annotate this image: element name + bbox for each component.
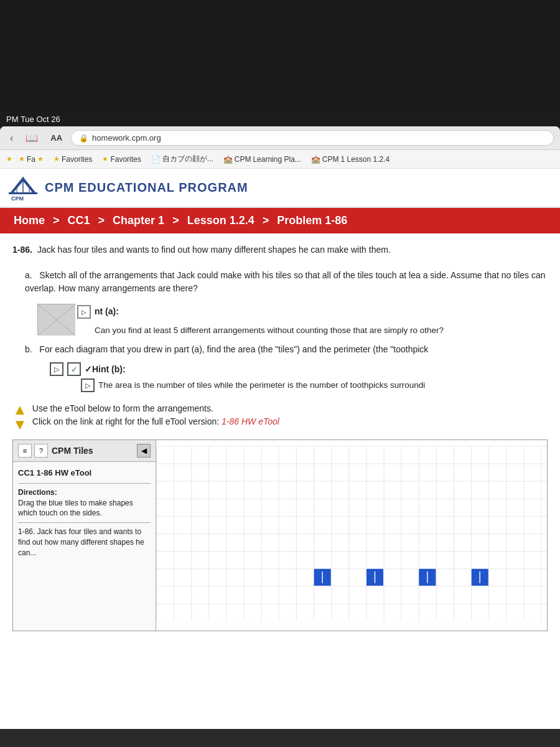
lesson-icon: 🏫 <box>311 155 320 164</box>
etool-divider-2 <box>18 522 151 523</box>
lock-icon: 🔒 <box>79 134 88 143</box>
hint-a-play-icon: ▷ <box>82 308 86 317</box>
bookmark-lesson-text: 1 Lesson 1.2.4 <box>340 155 390 164</box>
bookmark-favorites1[interactable]: ★ Favorites <box>50 154 96 165</box>
cpm-header: CPM CPM EDUCATIONAL PROGRAM <box>0 169 560 208</box>
browser-wrapper: PM Tue Oct 26 ‹ 📖 AA 🔒 homework.cpm.org … <box>0 112 560 729</box>
bookmark-lesson-label: CPM <box>322 155 339 164</box>
bookmark-jikabu[interactable]: 📄 自カブの顔が... <box>147 153 217 166</box>
etool-line2-prefix: Click on the link at right for the full … <box>32 416 222 426</box>
breadcrumb-cc1[interactable]: CC1 <box>68 214 90 227</box>
etool-line2: Click on the link at right for the full … <box>32 415 279 428</box>
main-content: 1-86. Jack has four tiles and wants to f… <box>0 233 560 641</box>
etool-top-row: ▲ ▼ Use the eTool below to form the arra… <box>12 402 548 432</box>
hint-b-play-icon-2[interactable]: ▷ <box>81 378 95 392</box>
breadcrumb-lesson[interactable]: Lesson 1.2.4 <box>187 214 254 227</box>
svg-rect-0 <box>9 192 37 194</box>
hint-a-box: ▷ nt (a): <box>77 305 444 319</box>
etool-subtitle: CC1 1-86 HW eTool <box>18 467 151 479</box>
breadcrumb-sep-2: > <box>98 214 108 227</box>
bookmark-fa-label: Fa <box>27 155 35 164</box>
part-a-label: a. <box>25 270 37 280</box>
breadcrumb: Home > CC1 > Chapter 1 > Lesson 1.2.4 > … <box>11 214 350 227</box>
status-time: PM Tue Oct 26 <box>6 115 60 124</box>
hint-a-icon[interactable]: ▷ <box>77 305 91 319</box>
part-b: b. For each diagram that you drew in par… <box>25 343 548 356</box>
etool-widget: ≡ ? CPM Tiles ◀ CC1 1-86 HW eTool <box>12 439 548 631</box>
bookmark-cpm-learning-text: Learning Pla... <box>253 155 301 164</box>
part-a-text: Sketch all of the arrangements that Jack… <box>25 270 546 293</box>
directions-text: Drag the blue tiles to make shapes which… <box>18 499 133 518</box>
page-content: CPM CPM EDUCATIONAL PROGRAM Home > CC1 >… <box>0 169 560 729</box>
arrow-icons: ▲ ▼ <box>12 402 27 432</box>
jikabu-icon: 📄 <box>151 155 161 164</box>
aa-button[interactable]: AA <box>47 132 66 144</box>
problem-number: 1-86. <box>12 243 32 259</box>
breadcrumb-sep-3: > <box>172 214 182 227</box>
breadcrumb-bar: Home > CC1 > Chapter 1 > Lesson 1.2.4 > … <box>0 208 560 233</box>
bookmark-favorites2-label: Favorites <box>110 155 141 164</box>
part-b-text: For each diagram that you drew in part (… <box>39 344 428 354</box>
hint-b-play-icon[interactable]: ▷ <box>50 362 63 376</box>
cpm-learning-icon: 🏫 <box>223 155 233 164</box>
bookmark-cpm-learning[interactable]: 🏫 CPM Learning Pla... <box>220 154 305 165</box>
etool-list-button[interactable]: ≡ <box>18 444 32 458</box>
breadcrumb-sep-1: > <box>53 214 63 227</box>
star-icon-fav1: ★ <box>54 155 60 163</box>
hint-b-area: ▷ ✓ ✓Hint (b): ▷ The area is the number … <box>50 362 548 392</box>
bookmark-favorites2[interactable]: ★ Favorites <box>98 154 144 165</box>
bookmark-lesson[interactable]: 🏫 CPM 1 Lesson 1.2.4 <box>307 154 393 165</box>
hint-a-label: nt (a): <box>95 305 119 318</box>
arrow-down-icon: ▼ <box>12 417 27 432</box>
breadcrumb-problem[interactable]: Problem 1-86 <box>277 214 347 227</box>
svg-text:CPM: CPM <box>11 195 24 202</box>
star-icon-fa2: ★ <box>37 155 44 163</box>
cpm-logo: CPM <box>7 174 39 202</box>
status-bar: PM Tue Oct 26 <box>0 112 560 126</box>
etool-section: ▲ ▼ Use the eTool below to form the arra… <box>12 402 548 631</box>
top-bezel <box>0 0 560 112</box>
etool-line1: Use the eTool below to form the arrangem… <box>32 402 279 415</box>
etool-text-block: Use the eTool below to form the arrangem… <box>32 402 279 428</box>
part-b-label: b. <box>25 344 37 354</box>
address-url: homework.cpm.org <box>92 133 161 143</box>
breadcrumb-chapter[interactable]: Chapter 1 <box>113 214 164 227</box>
arrow-up-icon: ▲ <box>12 402 27 417</box>
browser-nav: ‹ 📖 AA 🔒 homework.cpm.org <box>0 126 560 150</box>
image-placeholder <box>37 304 75 335</box>
etool-divider <box>18 483 151 484</box>
bookmark-fa[interactable]: ★ Fa ★ <box>15 154 47 165</box>
address-bar[interactable]: 🔒 homework.cpm.org <box>71 130 554 146</box>
hint-b-check-icon[interactable]: ✓ <box>67 362 81 376</box>
bookmark-favorites1-label: Favorites <box>62 155 92 164</box>
etool-panel-header: ≡ ? CPM Tiles ◀ <box>13 440 156 462</box>
breadcrumb-home[interactable]: Home <box>14 214 45 227</box>
etool-help-button[interactable]: ? <box>34 444 48 458</box>
hint-b-content: The area is the number of tiles while th… <box>98 379 425 392</box>
svg-rect-10 <box>156 446 547 621</box>
breadcrumb-sep-4: > <box>263 214 273 227</box>
reader-button[interactable]: 📖 <box>22 131 42 145</box>
star-icon-fa: ★ <box>19 155 25 163</box>
directions-label: Directions: <box>18 488 57 497</box>
hint-b-content-row: ▷ The area is the number of tiles while … <box>81 378 548 392</box>
problem-intro: Jack has four tiles and wants to find ou… <box>37 243 391 256</box>
hint-a-icons: ▷ nt (a): Can you find at least 5 differ… <box>77 301 444 337</box>
bookmark-jikabu-label: 自カブの顔が... <box>162 154 213 164</box>
etool-collapse-button[interactable]: ◀ <box>137 444 151 458</box>
bookmarks-bar: ★ ★ Fa ★ ★ Favorites ★ Favorites 📄 自カブの顔… <box>0 150 560 169</box>
hint-a-content: Can you find at least 5 different arrang… <box>95 324 444 337</box>
etool-panel-body: CC1 1-86 HW eTool Directions: Drag the b… <box>13 462 156 563</box>
part-a: a. Sketch all of the arrangements that J… <box>25 269 548 295</box>
star-icon-fav2: ★ <box>102 155 108 163</box>
etool-grid-area[interactable] <box>156 440 547 631</box>
hint-b-row: ▷ ✓ ✓Hint (b): <box>50 362 548 376</box>
etool-panel: ≡ ? CPM Tiles ◀ CC1 1-86 HW eTool <box>13 440 156 631</box>
back-button[interactable]: ‹ <box>6 131 17 145</box>
etool-title: CPM Tiles <box>52 444 133 458</box>
cpm-org-name: CPM EDUCATIONAL PROGRAM <box>45 181 248 195</box>
etool-panel-icons: ≡ ? <box>18 444 48 458</box>
hint-a-content-text: Can you find at least 5 different arrang… <box>95 326 444 335</box>
etool-link[interactable]: 1-86 HW eTool <box>222 416 279 426</box>
etool-directions: Directions: Drag the blue tiles to make … <box>18 487 151 519</box>
